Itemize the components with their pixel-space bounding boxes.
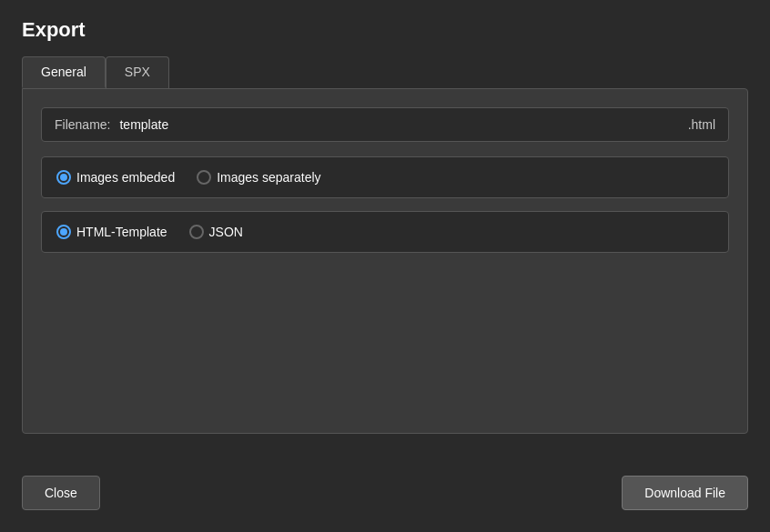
- download-button[interactable]: Download File: [622, 476, 748, 510]
- images-separately-label: Images separately: [217, 170, 320, 185]
- json-option[interactable]: JSON: [189, 225, 243, 239]
- images-separately-option[interactable]: Images separately: [197, 170, 320, 185]
- filename-row: Filename: .html: [41, 107, 729, 142]
- export-dialog: Export General SPX Filename: .html Image…: [0, 0, 770, 532]
- json-label: JSON: [209, 225, 243, 239]
- tab-spx[interactable]: SPX: [106, 56, 169, 88]
- images-separately-radio[interactable]: [197, 170, 211, 185]
- dialog-footer: Close Download File: [22, 476, 748, 510]
- filename-input[interactable]: [119, 117, 678, 132]
- html-template-radio[interactable]: [56, 225, 71, 239]
- content-area: Filename: .html Images embeded Images se…: [22, 88, 748, 434]
- tab-general[interactable]: General: [22, 56, 106, 88]
- dialog-title: Export: [22, 18, 748, 42]
- filename-label: Filename:: [55, 117, 110, 132]
- filename-extension: .html: [688, 117, 715, 132]
- image-options-group: Images embeded Images separately: [41, 156, 729, 198]
- json-radio[interactable]: [189, 225, 204, 239]
- tab-bar: General SPX: [22, 56, 748, 88]
- close-button[interactable]: Close: [22, 476, 100, 510]
- html-template-label: HTML-Template: [76, 225, 167, 239]
- images-embedded-label: Images embeded: [76, 170, 175, 185]
- html-template-option[interactable]: HTML-Template: [56, 225, 167, 239]
- images-embedded-radio[interactable]: [56, 170, 71, 185]
- format-options-group: HTML-Template JSON: [41, 211, 729, 253]
- images-embedded-option[interactable]: Images embeded: [56, 170, 175, 185]
